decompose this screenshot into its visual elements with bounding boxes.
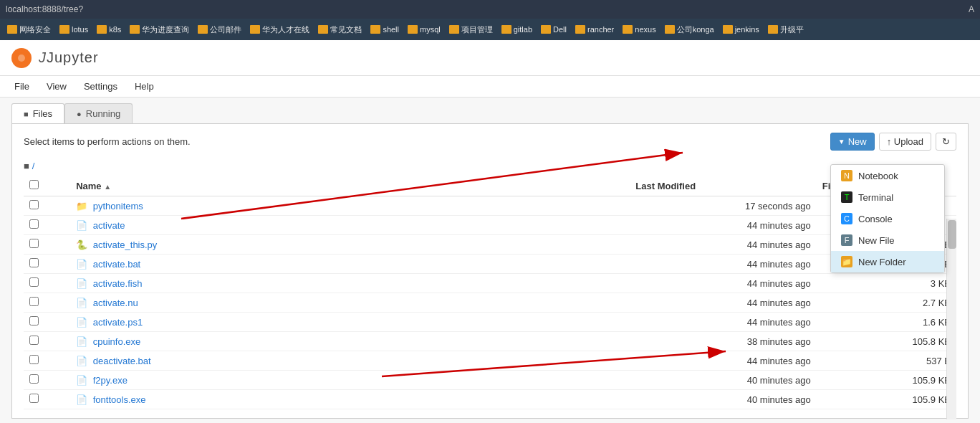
bookmark-item[interactable]: 公司邮件 — [195, 23, 244, 37]
dropdown-terminal[interactable]: T Terminal — [831, 186, 944, 208]
jupyter-header: JJupyter — [0, 40, 980, 76]
bookmark-item[interactable]: jenkins — [720, 24, 762, 35]
dropdown-new-folder[interactable]: 📁 New Folder — [831, 251, 944, 272]
bookmark-item[interactable]: 华为人才在线 — [247, 23, 312, 37]
new-dropdown-menu: N Notebook T Terminal C Console F New Fi… — [830, 164, 945, 273]
dropdown-console[interactable]: C Console — [831, 208, 944, 229]
file-name[interactable]: activate_this.py — [93, 239, 158, 250]
main-content: ■ Files ● Running Select items to perfor… — [0, 98, 980, 423]
bookmark-item[interactable]: 常见文档 — [315, 23, 365, 37]
refresh-button[interactable]: ↻ — [936, 133, 956, 151]
browser-right: A — [969, 4, 974, 14]
row-checkbox[interactable] — [29, 258, 39, 267]
toolbar-right: ▼ New ↑ Upload ↻ — [830, 133, 956, 151]
bookmark-folder-icon — [7, 25, 17, 34]
bookmark-item[interactable]: nexus — [620, 24, 658, 35]
bookmark-item[interactable]: k8s — [94, 24, 124, 35]
row-checkbox[interactable] — [29, 336, 39, 345]
menu-bar: File View Settings Help — [0, 76, 980, 98]
folder-icon: 📁 — [76, 201, 87, 212]
bookmark-label: k8s — [109, 25, 121, 34]
file-icon: 📄 — [76, 298, 87, 308]
dropdown-console-label: Console — [858, 214, 893, 224]
col-modified-header: Last Modified — [630, 176, 816, 196]
file-icon: 📄 — [76, 375, 87, 386]
sort-arrow: ▲ — [104, 183, 111, 191]
dropdown-notebook-label: Notebook — [858, 171, 898, 181]
tab-files[interactable]: ■ Files — [11, 103, 64, 123]
tab-running[interactable]: ● Running — [64, 103, 133, 123]
file-size: 3 KB — [817, 274, 956, 293]
new-folder-icon: 📁 — [841, 256, 852, 267]
last-modified: 44 minutes ago — [630, 255, 816, 274]
scrollbar[interactable] — [946, 219, 956, 419]
bookmark-label: 公司邮件 — [210, 24, 241, 35]
file-name[interactable]: activate.fish — [93, 278, 143, 289]
file-icon: 📄 — [76, 220, 87, 231]
bookmarks-bar: 网络安全lotusk8s华为进度查询公司邮件华为人才在线常见文档shellmys… — [0, 19, 980, 40]
dropdown-new-file[interactable]: F New File — [831, 229, 944, 251]
notebook-icon: N — [841, 170, 852, 181]
bookmark-label: Dell — [553, 25, 567, 34]
bookmark-item[interactable]: 网络安全 — [4, 23, 54, 37]
bookmark-folder-icon — [723, 25, 733, 34]
dropdown-notebook[interactable]: N Notebook — [831, 165, 944, 186]
menu-help[interactable]: Help — [132, 80, 157, 93]
bookmark-item[interactable]: mysql — [405, 24, 443, 35]
file-name[interactable]: activate.nu — [93, 298, 138, 308]
last-modified: 44 minutes ago — [630, 313, 816, 332]
bookmark-folder-icon — [198, 25, 208, 34]
row-checkbox[interactable] — [29, 374, 39, 384]
menu-settings[interactable]: Settings — [81, 80, 120, 93]
row-checkbox[interactable] — [29, 394, 39, 403]
file-name[interactable]: cpuinfo.exe — [93, 336, 141, 347]
bookmark-item[interactable]: gitlab — [499, 24, 535, 35]
bookmark-item[interactable]: 项目管理 — [446, 23, 496, 37]
file-size: 537 B — [817, 351, 956, 371]
row-checkbox[interactable] — [29, 219, 39, 229]
bookmark-label: rancher — [587, 25, 614, 34]
bookmark-item[interactable]: shell — [368, 24, 402, 35]
scrollbar-thumb[interactable] — [948, 220, 956, 249]
new-button[interactable]: ▼ New — [830, 133, 875, 151]
select-info: Select items to perform actions on them. — [24, 136, 191, 147]
bookmark-item[interactable]: Dell — [538, 24, 570, 35]
bookmark-label: 网络安全 — [19, 24, 51, 35]
row-checkbox[interactable] — [29, 297, 39, 306]
file-name[interactable]: pythonitems — [93, 201, 143, 212]
row-checkbox[interactable] — [29, 316, 39, 325]
bookmark-label: 升级平 — [780, 24, 804, 35]
bookmark-item[interactable]: 升级平 — [765, 23, 807, 37]
table-row: 📄 activate.nu 44 minutes ago 2.7 KB — [24, 293, 956, 313]
bookmark-item[interactable]: 华为进度查询 — [127, 23, 192, 37]
dropdown-terminal-label: Terminal — [858, 192, 893, 203]
bookmark-item[interactable]: lotus — [57, 24, 91, 35]
row-checkbox[interactable] — [29, 277, 39, 287]
file-name[interactable]: activate.bat — [93, 259, 141, 270]
last-modified: 40 minutes ago — [630, 371, 816, 390]
bookmark-item[interactable]: 公司konga — [662, 23, 717, 37]
upload-button[interactable]: ↑ Upload — [879, 133, 931, 151]
file-name[interactable]: fonttools.exe — [93, 394, 146, 405]
table-row: 📄 fonttools.exe 40 minutes ago 105.9 KB — [24, 390, 956, 409]
menu-file[interactable]: File — [11, 80, 32, 93]
browser-url: localhost:8888/tree? — [6, 4, 83, 14]
file-name[interactable]: activate — [93, 220, 125, 231]
last-modified: 44 minutes ago — [630, 351, 816, 371]
file-name[interactable]: f2py.exe — [93, 375, 128, 386]
select-all-checkbox[interactable] — [29, 180, 39, 189]
file-name[interactable]: activate.ps1 — [93, 317, 143, 328]
bookmark-folder-icon — [370, 25, 380, 34]
bookmark-item[interactable]: rancher — [572, 24, 617, 35]
row-checkbox[interactable] — [29, 239, 39, 248]
refresh-icon: ↻ — [942, 136, 950, 147]
file-size: 1.6 KB — [817, 313, 956, 332]
file-icon: 📄 — [76, 394, 87, 405]
menu-view[interactable]: View — [44, 80, 69, 93]
new-button-caret: ▼ — [838, 138, 845, 146]
row-checkbox[interactable] — [29, 200, 39, 209]
bookmark-folder-icon — [250, 25, 260, 34]
file-name[interactable]: deactivate.bat — [93, 356, 151, 366]
row-checkbox[interactable] — [29, 355, 39, 364]
bookmark-label: gitlab — [514, 25, 532, 34]
